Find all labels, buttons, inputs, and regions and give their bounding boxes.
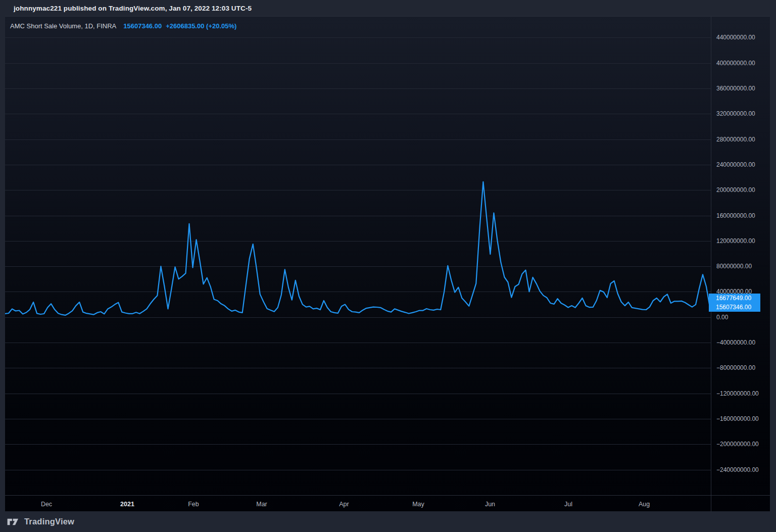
y-tick-label: −240000000.00 <box>716 466 759 473</box>
x-tick-label: Aug <box>639 500 650 508</box>
y-tick-label: 80000000.00 <box>716 263 752 270</box>
last-price-badge: 16677649.00 <box>709 294 760 303</box>
last-price-badge: 15607346.00 <box>709 303 760 312</box>
tradingview-published-chart: { "header": { "publish_line": "johnnymac… <box>0 0 776 532</box>
y-tick-label: 0.00 <box>716 314 728 321</box>
y-tick-label: 440000000.00 <box>716 34 755 41</box>
y-tick-label: −160000000.00 <box>716 415 759 422</box>
y-tick-label: −80000000.00 <box>716 364 755 371</box>
tradingview-logo-icon <box>7 518 21 526</box>
legend-last-value: 15607346.00 <box>123 22 162 30</box>
y-tick-label: −120000000.00 <box>716 390 759 397</box>
y-tick-label: 120000000.00 <box>716 237 755 245</box>
x-tick-label: 2021 <box>120 500 134 508</box>
volume-line-chart <box>5 17 711 495</box>
y-tick-label: 320000000.00 <box>716 110 755 117</box>
y-tick-label: 200000000.00 <box>716 186 755 194</box>
time-axis[interactable]: Dec2021FebMarAprMayJunJulAug <box>5 495 770 512</box>
publish-header: johnnymac221 published on TradingView.co… <box>0 0 776 16</box>
y-tick-label: 240000000.00 <box>716 161 755 168</box>
chart-container: AMC Short Sale Volume, 1D, FINRA 1560734… <box>5 16 770 511</box>
y-tick-label: −40000000.00 <box>716 339 755 346</box>
publish-info-text: johnnymac221 published on TradingView.co… <box>14 5 252 12</box>
x-tick-label: Jun <box>485 500 495 508</box>
x-tick-label: Dec <box>41 500 52 508</box>
price-axis[interactable]: 440000000.00400000000.00360000000.003200… <box>711 17 770 512</box>
legend-change-value: +2606835.00 (+20.05%) <box>166 22 236 30</box>
y-tick-label: 160000000.00 <box>716 212 755 219</box>
x-tick-label: Mar <box>256 500 267 508</box>
x-tick-label: May <box>412 500 424 508</box>
x-tick-label: Jul <box>564 500 572 508</box>
footer-strip: TradingView <box>0 511 776 532</box>
y-tick-label: 280000000.00 <box>716 136 755 143</box>
tradingview-logo-text: TradingView <box>24 517 74 526</box>
plot-area[interactable]: AMC Short Sale Volume, 1D, FINRA 1560734… <box>5 17 711 495</box>
series-polyline <box>5 182 710 315</box>
x-tick-label: Feb <box>188 500 199 508</box>
y-tick-label: 360000000.00 <box>716 85 755 92</box>
y-tick-label: −200000000.00 <box>716 441 759 448</box>
y-tick-label: 400000000.00 <box>716 60 755 67</box>
x-tick-label: Apr <box>339 500 349 508</box>
series-legend[interactable]: AMC Short Sale Volume, 1D, FINRA 1560734… <box>10 22 236 30</box>
legend-title: AMC Short Sale Volume, 1D, FINRA <box>10 22 116 30</box>
tradingview-logo-link[interactable]: TradingView <box>7 517 74 526</box>
